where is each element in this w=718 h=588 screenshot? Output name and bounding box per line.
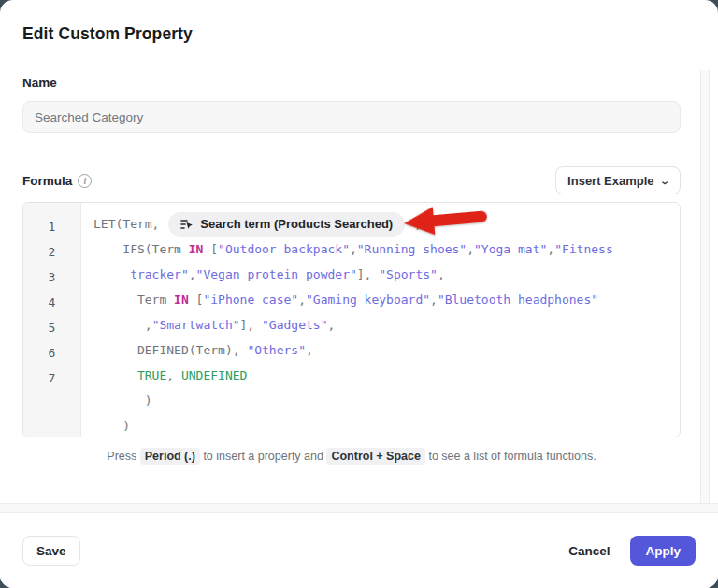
code-token: ,: [438, 262, 445, 287]
code-line: tracker","Vegan protein powder"], "Sport…: [93, 262, 680, 287]
code-token: "Running shoes": [357, 237, 467, 262]
code-token: DEFINED(Term),: [137, 337, 247, 363]
code-token: "Others": [247, 337, 306, 363]
property-chip-label: Search term (Products Searched): [200, 211, 393, 237]
modal-footer: Save Cancel Apply: [0, 513, 718, 588]
code-token: ,: [166, 363, 181, 388]
code-token: UNDEFINED: [181, 363, 247, 388]
code-token: IFS(Term: [122, 237, 188, 262]
formula-label: Formula: [22, 174, 72, 188]
line-number: 2: [23, 239, 80, 265]
name-label: Name: [22, 76, 681, 90]
code-token: "Smartwatch": [152, 312, 240, 337]
code-line: ): [93, 413, 680, 437]
save-button[interactable]: Save: [22, 536, 80, 566]
code-line: ,"Smartwatch"], "Gadgets",: [93, 312, 680, 337]
code-token: ): [122, 413, 130, 437]
modal-header: Edit Custom Property: [0, 0, 718, 44]
code-token: ,: [145, 312, 152, 337]
code-token: ,: [189, 262, 196, 287]
info-icon[interactable]: i: [78, 174, 92, 188]
code-line: ): [93, 388, 680, 413]
code-token: IN: [174, 287, 189, 312]
line-number: 7: [23, 366, 80, 391]
apply-button[interactable]: Apply: [630, 536, 696, 566]
cancel-button[interactable]: Cancel: [555, 536, 623, 566]
line-number: 4: [23, 290, 80, 315]
hint-text: to see a list of formula functions.: [425, 450, 596, 463]
code-token: "Yoga mat": [474, 237, 547, 262]
code-token: LET(Term,: [93, 211, 166, 237]
code-line: Term IN ["iPhone case","Gaming keyboard"…: [93, 287, 680, 312]
name-section: Name: [0, 44, 718, 133]
code-token: "Outdoor backpack": [218, 237, 350, 262]
edit-custom-property-modal: Edit Custom Property Name Formula i Inse…: [0, 0, 718, 588]
code-token: ],: [240, 312, 262, 337]
property-cursor-icon: [180, 218, 194, 231]
editor-hint: Press Period (.) to insert a property an…: [22, 450, 681, 463]
code-token: IN: [189, 237, 204, 262]
chevron-down-icon: ⌄: [659, 176, 670, 186]
hint-text: to insert a property and: [200, 450, 327, 463]
code-token: ,: [350, 237, 357, 262]
code-token: tracker": [130, 262, 189, 287]
code-line: DEFINED(Term), "Others",: [93, 337, 680, 363]
code-line: LET(Term, Search term (Products Searched…: [93, 211, 680, 237]
line-number: 5: [23, 315, 80, 340]
line-number-gutter: 1234567: [23, 203, 81, 437]
code-token: [: [189, 287, 204, 312]
code-token: ,: [298, 287, 306, 312]
code-token: ],: [357, 262, 379, 287]
code-line: IFS(Term IN ["Outdoor backpack","Running…: [93, 237, 680, 262]
formula-section: Formula i Insert Example ⌄ 1234567 LET(T…: [0, 133, 718, 463]
code-token: ): [145, 388, 152, 413]
horizontal-scrollbar[interactable]: [0, 503, 718, 513]
insert-example-button[interactable]: Insert Example ⌄: [555, 166, 681, 194]
code-token: "Vegan protein powder": [196, 262, 357, 287]
line-number: 1: [23, 214, 80, 239]
insert-example-label: Insert Example: [567, 174, 654, 188]
line-number: 3: [23, 265, 80, 290]
code-token: "iPhone case": [203, 287, 298, 312]
code-token: "Gadgets": [262, 312, 327, 337]
code-token: "Bluetooth headphones": [438, 287, 598, 312]
code-line: TRUE, UNDEFINED: [93, 363, 680, 388]
code-token: ,: [327, 312, 335, 337]
code-token: "Sports": [379, 262, 438, 287]
formula-editor[interactable]: 1234567 LET(Term, Search term (Products …: [22, 202, 681, 437]
hint-text: Press: [107, 450, 139, 463]
code-token: "Fitness: [554, 237, 613, 262]
line-number: 6: [23, 340, 80, 366]
kbd-period: Period (.): [140, 448, 200, 465]
code-token: ,: [430, 287, 438, 312]
modal-title: Edit Custom Property: [22, 24, 696, 44]
code-token: "Gaming keyboard": [306, 287, 430, 312]
code-token: ,: [306, 337, 313, 363]
code-token: ,: [467, 237, 474, 262]
code-token: ,: [547, 237, 554, 262]
code-token: ,: [407, 211, 422, 237]
modal-body: Name Formula i Insert Example ⌄ 1234567 …: [0, 44, 718, 463]
code-token: TRUE: [137, 363, 166, 388]
property-chip[interactable]: Search term (Products Searched): [168, 212, 405, 237]
name-input[interactable]: [22, 101, 681, 133]
kbd-control-space: Control + Space: [326, 448, 425, 465]
code-token: [: [203, 237, 218, 262]
code-token: Term: [137, 287, 174, 312]
code-area[interactable]: LET(Term, Search term (Products Searched…: [81, 203, 680, 437]
